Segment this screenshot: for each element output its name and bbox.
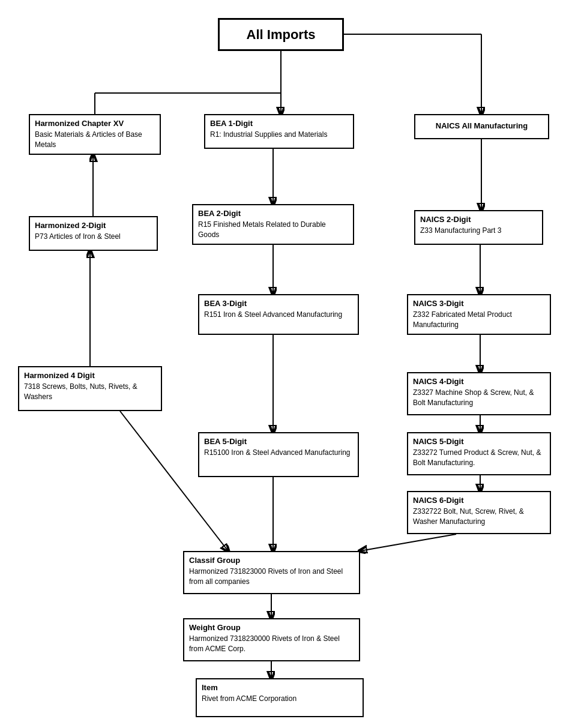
- bea3-title: BEA 3-Digit: [204, 299, 353, 308]
- bea5-node: BEA 5-Digit R15100 Iron & Steel Advanced…: [198, 432, 359, 477]
- harm4-node: Harmonized 4 Digit 7318 Screws, Bolts, N…: [18, 366, 162, 411]
- naics-all-title: NAICS All Manufacturing: [436, 121, 528, 130]
- harm-chap-node: Harmonized Chapter XV Basic Materials & …: [29, 114, 161, 155]
- naics3-desc: Z332 Fabricated Metal Product Manufactur…: [413, 310, 512, 329]
- item-desc: Rivet from ACME Corporation: [202, 694, 297, 703]
- naics2-node: NAICS 2-Digit Z33 Manufacturing Part 3: [414, 210, 543, 245]
- harm2-node: Harmonized 2-Digit P73 Articles of Iron …: [29, 216, 158, 251]
- diagram-container: All Imports BEA 1-Digit R1: Industrial S…: [0, 0, 572, 728]
- naics2-title: NAICS 2-Digit: [420, 215, 537, 224]
- bea1-title: BEA 1-Digit: [210, 119, 348, 128]
- item-title: Item: [202, 683, 358, 692]
- bea2-title: BEA 2-Digit: [198, 209, 348, 218]
- bea5-desc: R15100 Iron & Steel Advanced Manufacturi…: [204, 448, 351, 457]
- naics5-desc: Z33272 Turned Product & Screw, Nut, & Bo…: [413, 448, 541, 467]
- harm4-title: Harmonized 4 Digit: [24, 371, 156, 380]
- classif-desc: Harmonized 731823000 Rivets of Iron and …: [189, 567, 343, 586]
- weight-title: Weight Group: [189, 623, 354, 632]
- bea3-desc: R151 Iron & Steel Advanced Manufacturing: [204, 310, 342, 319]
- naics5-title: NAICS 5-Digit: [413, 437, 545, 446]
- weight-node: Weight Group Harmonized 7318230000 Rivet…: [183, 618, 360, 661]
- root-label: All Imports: [247, 27, 316, 43]
- naics2-desc: Z33 Manufacturing Part 3: [420, 226, 501, 235]
- naics5-node: NAICS 5-Digit Z33272 Turned Product & Sc…: [407, 432, 551, 475]
- item-node: Item Rivet from ACME Corporation: [196, 678, 364, 717]
- bea3-node: BEA 3-Digit R151 Iron & Steel Advanced M…: [198, 294, 359, 335]
- harm2-desc: P73 Articles of Iron & Steel: [35, 232, 121, 241]
- bea2-desc: R15 Finished Metals Related to Durable G…: [198, 220, 326, 239]
- classif-title: Classif Group: [189, 556, 354, 565]
- harm4-desc: 7318 Screws, Bolts, Nuts, Rivets, & Wash…: [24, 382, 137, 401]
- naics4-node: NAICS 4-Digit Z3327 Machine Shop & Screw…: [407, 372, 551, 415]
- naics6-title: NAICS 6-Digit: [413, 496, 545, 505]
- classif-node: Classif Group Harmonized 731823000 Rivet…: [183, 551, 360, 594]
- naics6-desc: Z332722 Bolt, Nut, Screw, Rivet, & Washe…: [413, 507, 524, 526]
- harm-chap-title: Harmonized Chapter XV: [35, 119, 155, 128]
- naics-all-node: NAICS All Manufacturing: [414, 114, 549, 139]
- bea1-desc: R1: Industrial Supplies and Materials: [210, 130, 327, 139]
- naics6-node: NAICS 6-Digit Z332722 Bolt, Nut, Screw, …: [407, 491, 551, 534]
- svg-line-20: [360, 534, 456, 551]
- naics3-node: NAICS 3-Digit Z332 Fabricated Metal Prod…: [407, 294, 551, 335]
- harm-chap-desc: Basic Materials & Articles of Base Metal…: [35, 130, 142, 149]
- harm2-title: Harmonized 2-Digit: [35, 221, 152, 230]
- bea2-node: BEA 2-Digit R15 Finished Metals Related …: [192, 204, 354, 245]
- weight-desc: Harmonized 7318230000 Rivets of Iron & S…: [189, 634, 340, 653]
- naics4-desc: Z3327 Machine Shop & Screw, Nut, & Bolt …: [413, 388, 534, 407]
- naics4-title: NAICS 4-Digit: [413, 377, 545, 386]
- bea5-title: BEA 5-Digit: [204, 437, 353, 446]
- naics3-title: NAICS 3-Digit: [413, 299, 545, 308]
- bea1-node: BEA 1-Digit R1: Industrial Supplies and …: [204, 114, 354, 149]
- root-node: All Imports: [218, 18, 344, 51]
